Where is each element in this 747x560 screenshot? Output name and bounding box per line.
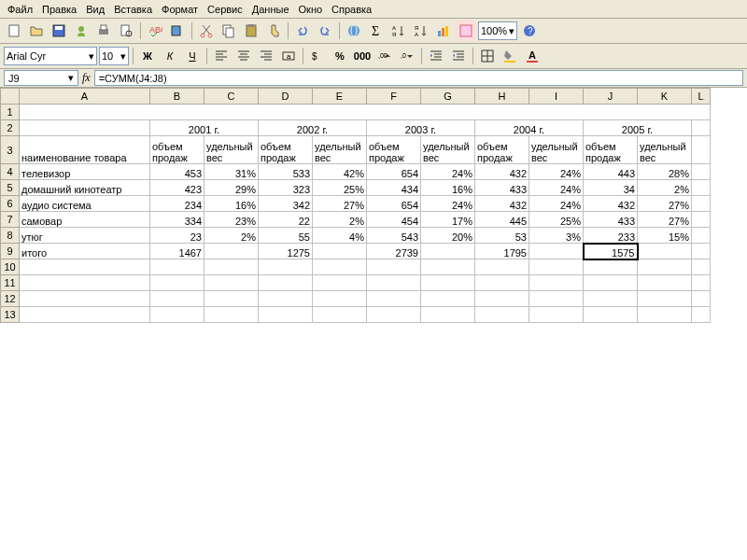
cell[interactable] [692, 212, 711, 228]
cell[interactable] [692, 291, 711, 307]
row-header[interactable]: 5 [1, 180, 20, 196]
cell[interactable]: итого [20, 244, 150, 259]
new-icon[interactable] [4, 21, 24, 41]
cell[interactable] [367, 259, 421, 275]
cell[interactable] [150, 307, 204, 323]
autosum-icon[interactable]: Σ [366, 21, 387, 41]
cell[interactable] [259, 291, 313, 307]
cell[interactable]: 2% [638, 180, 692, 196]
spreadsheet-grid[interactable]: A B C D E F G H I J K L 1 2 2001 г. 2002… [0, 88, 747, 526]
row-header[interactable]: 7 [1, 212, 20, 228]
borders-icon[interactable] [477, 46, 498, 66]
cell[interactable]: 1795 [475, 244, 529, 259]
cell[interactable]: 16% [421, 180, 475, 196]
cell[interactable] [367, 275, 421, 291]
formula-input[interactable]: =СУММ(J4:J8) [94, 70, 743, 86]
cell[interactable] [421, 291, 475, 307]
percent-icon[interactable]: % [330, 46, 350, 66]
row-header[interactable]: 13 [1, 307, 20, 323]
cell[interactable] [638, 275, 692, 291]
redo-icon[interactable] [315, 21, 335, 41]
row-header[interactable]: 10 [1, 259, 20, 275]
cell[interactable]: объем продаж [584, 136, 638, 164]
cell[interactable] [259, 275, 313, 291]
col-header[interactable]: C [204, 89, 259, 105]
cell[interactable] [20, 275, 150, 291]
row-header[interactable]: 1 [1, 105, 20, 120]
cell[interactable] [421, 307, 475, 323]
menu-help[interactable]: Справка [331, 4, 372, 15]
col-header[interactable]: A [20, 89, 150, 105]
cell[interactable]: 25% [529, 212, 584, 228]
cell[interactable] [367, 291, 421, 307]
spelling-icon[interactable]: ABC [145, 21, 165, 41]
cell[interactable] [204, 259, 259, 275]
cell[interactable] [20, 120, 150, 136]
currency-icon[interactable]: $ [307, 46, 328, 66]
cell[interactable] [692, 307, 711, 323]
cell[interactable] [584, 259, 638, 275]
cell[interactable] [692, 259, 711, 275]
cell[interactable]: удельный вес [638, 136, 692, 164]
menu-insert[interactable]: Вставка [114, 4, 152, 15]
menu-tools[interactable]: Сервис [207, 4, 243, 15]
col-header[interactable]: F [367, 89, 421, 105]
format-painter-icon[interactable] [263, 21, 284, 41]
cell[interactable]: 25% [313, 180, 367, 196]
cell[interactable]: 31% [204, 164, 259, 180]
cell[interactable] [421, 259, 475, 275]
cell[interactable] [692, 164, 711, 180]
font-value[interactable] [7, 50, 89, 62]
cell[interactable]: 3% [529, 228, 584, 244]
col-header[interactable]: J [584, 89, 638, 105]
row-header[interactable]: 12 [1, 291, 20, 307]
cell[interactable]: 654 [367, 196, 421, 212]
cell[interactable] [529, 291, 584, 307]
merge-center-icon[interactable]: a [278, 46, 299, 66]
cell[interactable] [475, 307, 529, 323]
cell[interactable]: самовар [20, 212, 150, 228]
help-icon[interactable]: ? [519, 21, 540, 41]
cell[interactable] [529, 275, 584, 291]
cell[interactable]: 24% [421, 164, 475, 180]
row-header[interactable]: 4 [1, 164, 20, 180]
cell[interactable]: 342 [259, 196, 313, 212]
row-header[interactable]: 6 [1, 196, 20, 212]
cell[interactable]: 4% [313, 228, 367, 244]
research-icon[interactable] [167, 21, 188, 41]
cell[interactable] [692, 228, 711, 244]
active-cell[interactable]: 1575 [584, 244, 638, 259]
cell[interactable]: объем продаж [475, 136, 529, 164]
cell[interactable]: 543 [367, 228, 421, 244]
align-center-icon[interactable] [233, 46, 254, 66]
cell[interactable]: 453 [150, 164, 204, 180]
col-header[interactable]: D [259, 89, 313, 105]
cell[interactable]: 15% [638, 228, 692, 244]
cell[interactable] [584, 307, 638, 323]
save-icon[interactable] [49, 21, 69, 41]
cell[interactable]: 434 [367, 180, 421, 196]
cell[interactable]: телевизор [20, 164, 150, 180]
cell[interactable]: 323 [259, 180, 313, 196]
menu-format[interactable]: Формат [162, 4, 198, 15]
zoom-value[interactable] [481, 25, 509, 36]
cell[interactable] [20, 105, 711, 120]
cell[interactable] [20, 307, 150, 323]
cell[interactable]: 42% [313, 164, 367, 180]
cell[interactable]: 2739 [367, 244, 421, 259]
cell[interactable]: аудио система [20, 196, 150, 212]
permission-icon[interactable] [71, 21, 92, 41]
increase-indent-icon[interactable] [448, 46, 469, 66]
cell[interactable] [692, 136, 711, 164]
cell[interactable] [313, 275, 367, 291]
align-left-icon[interactable] [211, 46, 232, 66]
cell[interactable]: 27% [313, 196, 367, 212]
print-icon[interactable] [93, 21, 114, 41]
underline-icon[interactable]: Ч [182, 46, 203, 66]
align-right-icon[interactable] [256, 46, 276, 66]
cell[interactable]: 16% [204, 196, 259, 212]
cell[interactable]: 233 [584, 228, 638, 244]
cell[interactable]: 2005 г. [584, 120, 692, 136]
row-header[interactable]: 3 [1, 136, 20, 164]
row-header[interactable]: 8 [1, 228, 20, 244]
